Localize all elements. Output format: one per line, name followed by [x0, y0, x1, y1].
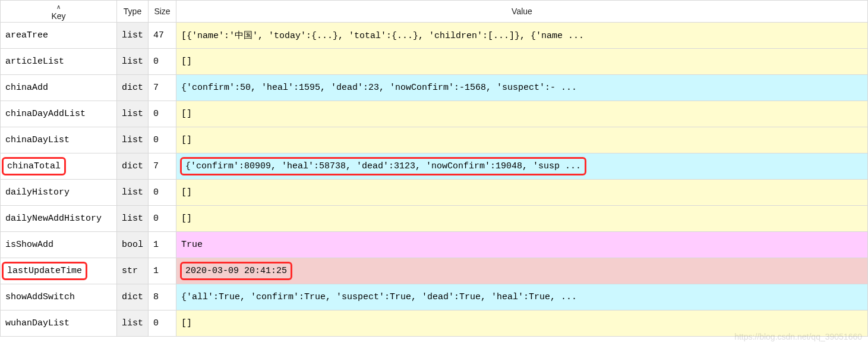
type-text: list [122, 30, 143, 40]
cell-type[interactable]: str [117, 258, 149, 284]
table-row[interactable]: lastUpdateTimestr12020-03-09 20:41:25 [1, 258, 868, 284]
cell-size[interactable]: 7 [149, 153, 176, 180]
header-type[interactable]: Type [117, 1, 149, 23]
cell-value[interactable]: {'confirm':80909, 'heal':58738, 'dead':3… [176, 153, 868, 180]
cell-key[interactable]: chinaDayList [1, 127, 117, 153]
cell-size[interactable]: 47 [149, 23, 176, 49]
cell-type[interactable]: list [117, 23, 149, 49]
size-text: 0 [153, 57, 159, 67]
cell-value[interactable]: {'all':True, 'confirm':True, 'suspect':T… [176, 284, 868, 310]
cell-key[interactable]: chinaTotal [1, 153, 117, 180]
cell-size[interactable]: 0 [149, 49, 176, 75]
cell-type[interactable]: list [117, 310, 149, 337]
size-text: 7 [153, 83, 159, 93]
cell-value[interactable]: [] [176, 206, 868, 232]
value-text: [] [181, 214, 192, 224]
header-key[interactable]: ∧ Key [1, 1, 117, 23]
cell-value[interactable]: [] [176, 49, 868, 75]
cell-key[interactable]: chinaAdd [1, 75, 117, 101]
cell-type[interactable]: bool [117, 232, 149, 258]
cell-value[interactable]: [{'name':'中国', 'today':{...}, 'total':{.… [176, 23, 868, 49]
type-text: bool [122, 240, 143, 250]
cell-key[interactable]: chinaDayAddList [1, 101, 117, 127]
key-text: lastUpdateTime [2, 262, 87, 280]
cell-type[interactable]: list [117, 180, 149, 206]
key-text: wuhanDayList [5, 318, 70, 328]
table-row[interactable]: chinaDayListlist0[] [1, 127, 868, 153]
cell-type[interactable]: dict [117, 153, 149, 180]
key-text: chinaDayList [5, 135, 70, 145]
cell-key[interactable]: wuhanDayList [1, 310, 117, 337]
size-text: 8 [153, 292, 159, 302]
value-text: {'confirm':80909, 'heal':58738, 'dead':3… [180, 157, 586, 175]
cell-size[interactable]: 0 [149, 180, 176, 206]
header-size-label: Size [154, 7, 170, 16]
cell-key[interactable]: areaTree [1, 23, 117, 49]
cell-value[interactable]: 2020-03-09 20:41:25 [176, 258, 868, 284]
cell-type[interactable]: dict [117, 284, 149, 310]
cell-value[interactable]: True [176, 232, 868, 258]
table-row[interactable]: articleListlist0[] [1, 49, 868, 75]
type-text: dict [122, 292, 143, 302]
key-text: dailyNewAddHistory [5, 214, 102, 224]
type-text: list [122, 318, 143, 328]
size-text: 1 [153, 266, 159, 276]
cell-key[interactable]: isShowAdd [1, 232, 117, 258]
cell-value[interactable]: [] [176, 180, 868, 206]
cell-size[interactable]: 1 [149, 232, 176, 258]
type-text: list [122, 109, 143, 119]
cell-size[interactable]: 0 [149, 101, 176, 127]
header-size[interactable]: Size [149, 1, 176, 23]
key-text: chinaDayAddList [5, 109, 86, 119]
value-text: [] [181, 187, 192, 197]
cell-size[interactable]: 0 [149, 206, 176, 232]
value-text: {'confirm':50, 'heal':1595, 'dead':23, '… [181, 83, 577, 93]
cell-key[interactable]: lastUpdateTime [1, 258, 117, 284]
table-row[interactable]: isShowAddbool1True [1, 232, 868, 258]
cell-value[interactable]: [] [176, 310, 868, 337]
cell-key[interactable]: dailyHistory [1, 180, 117, 206]
cell-key[interactable]: showAddSwitch [1, 284, 117, 310]
size-text: 47 [153, 30, 164, 40]
cell-type[interactable]: list [117, 49, 149, 75]
header-value[interactable]: Value [176, 1, 868, 23]
cell-type[interactable]: list [117, 127, 149, 153]
cell-size[interactable]: 8 [149, 284, 176, 310]
value-text: True [181, 240, 203, 250]
cell-type[interactable]: list [117, 101, 149, 127]
cell-type[interactable]: list [117, 206, 149, 232]
key-text: showAddSwitch [5, 292, 75, 302]
table-row[interactable]: wuhanDayListlist0[] [1, 310, 868, 337]
cell-key[interactable]: articleList [1, 49, 117, 75]
size-text: 0 [153, 187, 159, 197]
table-row[interactable]: chinaDayAddListlist0[] [1, 101, 868, 127]
key-text: articleList [5, 57, 64, 67]
cell-value[interactable]: [] [176, 127, 868, 153]
value-text: [] [181, 318, 192, 328]
key-text: isShowAdd [5, 240, 53, 250]
type-text: list [122, 135, 143, 145]
table-row[interactable]: dailyHistorylist0[] [1, 180, 868, 206]
size-text: 0 [153, 135, 159, 145]
variable-explorer-table: ∧ Key Type Size Value areaTreelist47[{'n… [0, 0, 868, 337]
table-row[interactable]: showAddSwitchdict8{'all':True, 'confirm'… [1, 284, 868, 310]
cell-type[interactable]: dict [117, 75, 149, 101]
cell-size[interactable]: 0 [149, 310, 176, 337]
cell-value[interactable]: {'confirm':50, 'heal':1595, 'dead':23, '… [176, 75, 868, 101]
type-text: list [122, 57, 143, 67]
size-text: 0 [153, 214, 159, 224]
value-text: {'all':True, 'confirm':True, 'suspect':T… [181, 292, 577, 302]
cell-key[interactable]: dailyNewAddHistory [1, 206, 117, 232]
value-text: [] [181, 135, 192, 145]
cell-size[interactable]: 7 [149, 75, 176, 101]
cell-size[interactable]: 0 [149, 127, 176, 153]
table-row[interactable]: chinaTotaldict7{'confirm':80909, 'heal':… [1, 153, 868, 180]
type-text: dict [122, 161, 143, 171]
table-row[interactable]: dailyNewAddHistorylist0[] [1, 206, 868, 232]
size-text: 0 [153, 109, 159, 119]
type-text: list [122, 187, 143, 197]
table-row[interactable]: chinaAdddict7{'confirm':50, 'heal':1595,… [1, 75, 868, 101]
cell-size[interactable]: 1 [149, 258, 176, 284]
table-row[interactable]: areaTreelist47[{'name':'中国', 'today':{..… [1, 23, 868, 49]
cell-value[interactable]: [] [176, 101, 868, 127]
